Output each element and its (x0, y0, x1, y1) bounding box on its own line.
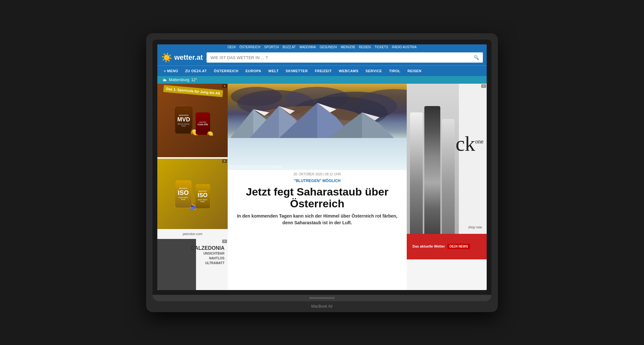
topbar-link-radio[interactable]: RADIO AUSTRIA (392, 45, 417, 49)
topbar-link-oe24[interactable]: OE24 (227, 45, 236, 49)
search-bar: 🔍 (207, 52, 483, 63)
calzedonia-tagline3: ULTRAMATT (191, 261, 224, 265)
calzedonia-tagline2: NAHTLOS (191, 256, 224, 261)
ad-mvd-product: MVD (177, 116, 190, 123)
ad-close-button-iso[interactable]: ✕ (222, 159, 227, 163)
nav-item-reisen[interactable]: REISEN (404, 66, 425, 76)
site-logo[interactable]: ☀️ wetter.at (161, 52, 203, 63)
article-date: 20. OKTOBER 2020 | 08:12 UHR (228, 170, 407, 177)
topbar-link-sport24[interactable]: SPORT24 (264, 45, 279, 49)
ad-mvd-content: peeroton MVD Mineral Vitamin Drink 🍋 (172, 84, 213, 157)
weather-icon: ⛅ (162, 78, 167, 82)
screen-bezel: OE24 ÖSTERREICH SPORT24 BUZZ.AT MADONNA … (153, 40, 491, 295)
ad-mvd-tagline: Das 1. Sportcola für Jung bis Alt (163, 85, 223, 97)
nav-item-freizeit[interactable]: FREIZEIT (312, 66, 335, 76)
ad-mvd-brand: peeroton (179, 114, 189, 116)
sun-icon: ☀️ (161, 52, 172, 63)
center-content: © APA/ROBERT PARIGGER/Symbolbild 20. OKT… (228, 84, 407, 290)
nav-item-skiwetter[interactable]: SKIWETTER (282, 66, 311, 76)
topbar-link-tickets[interactable]: TICKETS (374, 45, 388, 49)
ad-close-button-calz[interactable]: ✕ (222, 240, 227, 243)
mountains-svg (228, 96, 407, 141)
search-input[interactable] (207, 53, 470, 63)
ad-peeroton-domain: peeroton.com (157, 231, 228, 237)
search-button[interactable]: 🔍 (470, 52, 483, 63)
left-ad-column: ✕ peeroton MVD Mineral Vitamin Drink (157, 84, 228, 290)
nav-item-oe24[interactable]: ZU OE24.AT (182, 66, 210, 76)
nav-item-welt[interactable]: WELT (265, 66, 282, 76)
ck-sub: one (475, 138, 483, 144)
weather-ticker[interactable]: ⛅ Mattersburg 12° (157, 76, 487, 84)
nav-item-europa[interactable]: EUROPA (242, 66, 264, 76)
ck-shop-now[interactable]: shop now (468, 226, 482, 229)
menu-label: ≡ MENÜ (164, 69, 178, 73)
oe24-news-badge: OE24 NEWS (447, 244, 470, 249)
right-ad-column: ✕ ckone (407, 84, 487, 290)
weather-location: Mattersburg (169, 78, 189, 82)
ad-right-bottom[interactable]: Das aktuelle Wetter OE24 NEWS (407, 234, 487, 259)
ck-logo-container: ckone (456, 133, 483, 154)
ad-right-bottom-label: Das aktuelle Wetter (412, 244, 445, 249)
main-content: ✕ peeroton MVD Mineral Vitamin Drink (157, 84, 487, 290)
laptop-frame: OE24 ÖSTERREICH SPORT24 BUZZ.AT MADONNA … (146, 33, 498, 312)
ad-calzedonia[interactable]: ✕ CALZEDONIA UNSICHTBAR NAHTLOS ULTRAMAT… (157, 239, 228, 290)
ad-close-button[interactable]: ✕ (222, 84, 227, 88)
laptop-base (153, 295, 491, 301)
topbar-link-madonna[interactable]: MADONNA (300, 45, 316, 49)
image-credit: © APA/ROBERT PARIGGER/Symbolbild (230, 165, 282, 168)
main-nav: ≡ MENÜ ZU OE24.AT ÖSTERREICH EUROPA WELT… (157, 65, 487, 76)
calzedonia-text: CALZEDONIA UNSICHTBAR NAHTLOS ULTRAMATT (191, 245, 224, 265)
topbar-link-reisen[interactable]: REISEN (359, 45, 371, 49)
nav-item-service[interactable]: SERVICE (362, 66, 385, 76)
ad-ck[interactable]: ✕ ckone (407, 84, 487, 234)
logo-text: wetter.at (174, 53, 203, 62)
top-bar: OE24 ÖSTERREICH SPORT24 BUZZ.AT MADONNA … (157, 44, 487, 50)
topbar-link-buzz[interactable]: BUZZ.AT (283, 45, 296, 49)
article-tag[interactable]: "BLUTREGEN" MÖGLICH (228, 177, 407, 184)
ad-mvd[interactable]: ✕ peeroton MVD Mineral Vitamin Drink (157, 84, 228, 157)
header: ☀️ wetter.at 🔍 (157, 50, 487, 65)
topbar-link-osterreich[interactable]: ÖSTERREICH (240, 45, 261, 49)
laptop-label: MacBook Air (311, 304, 333, 309)
calzedonia-tagline1: UNSICHTBAR (191, 251, 224, 256)
ck-brand: ck (456, 132, 475, 155)
svg-marker-17 (362, 112, 397, 141)
search-icon: 🔍 (474, 55, 479, 60)
weather-temp: 12° (191, 78, 197, 82)
nav-item-osterreich[interactable]: ÖSTERREICH (211, 66, 242, 76)
nav-item-webcams[interactable]: WEBCAMS (336, 66, 362, 76)
article-title: Jetzt fegt Saharastaub über Österreich (228, 184, 407, 213)
ad-mvd-sub: Cole-Zitr (198, 123, 208, 126)
screen: OE24 ÖSTERREICH SPORT24 BUZZ.AT MADONNA … (157, 44, 487, 290)
ck-logo: ckone (456, 133, 483, 154)
article-subtitle: In den kommenden Tagen kann sich der Him… (228, 213, 407, 231)
ad-iso[interactable]: ✕ peeroton ISO Active-Sport Drink 🍊 (157, 159, 228, 229)
calzedonia-brand: CALZEDONIA (191, 245, 224, 251)
ad-close-button-ck[interactable]: ✕ (481, 84, 486, 88)
article-image: © APA/ROBERT PARIGGER/Symbolbild (228, 84, 407, 170)
ad-iso-product: ISO (178, 189, 189, 196)
topbar-link-gesund24[interactable]: GESUND24 (320, 45, 337, 49)
calzedonia-content: CALZEDONIA UNSICHTBAR NAHTLOS ULTRAMATT (157, 239, 228, 290)
nav-menu-button[interactable]: ≡ MENÜ (161, 66, 181, 76)
topbar-link-meinjob[interactable]: MEINJOB (341, 45, 355, 49)
nav-item-tirol[interactable]: TIROL (386, 66, 404, 76)
laptop-label-container: MacBook Air (153, 301, 491, 312)
